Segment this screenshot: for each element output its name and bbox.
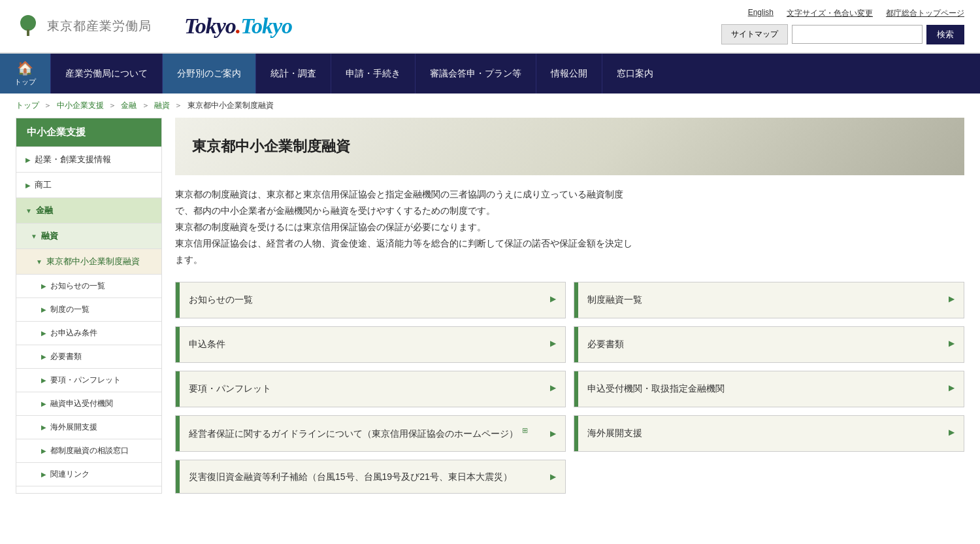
tree-icon bbox=[16, 14, 41, 39]
btn-arrow9: ▶ bbox=[541, 460, 565, 493]
header: 東京都産業労働局 Tokyo.Tokyo English 文字サイズ・色合い変更… bbox=[0, 0, 980, 54]
arrow-icon7: ▶ bbox=[41, 306, 46, 313]
page-title: 東京都中小企業制度融資 bbox=[192, 137, 350, 156]
btn-arrow5: ▶ bbox=[541, 371, 565, 407]
btn-arrow3: ▶ bbox=[541, 327, 565, 362]
main-layout: 中小企業支援 ▶ 起業・創業支援情報 ▶ 商工 ▼ 金融 ▼ 融資 bbox=[0, 118, 980, 513]
sidebar-item-moushikomi[interactable]: ▶ お申込み条件 bbox=[16, 321, 161, 345]
arrow-icon14: ▶ bbox=[41, 471, 46, 478]
nav-item-counter[interactable]: 窓口案内 bbox=[602, 54, 668, 94]
lang-english-link[interactable]: English bbox=[748, 8, 774, 19]
breadcrumb-loan[interactable]: 融資 bbox=[154, 101, 170, 110]
sidebar-item-shoko[interactable]: ▶ 商工 bbox=[16, 172, 161, 197]
org-name: 東京都産業労働局 bbox=[47, 18, 152, 35]
btn-label4: 必要書類 bbox=[578, 327, 939, 362]
font-size-link[interactable]: 文字サイズ・色合い変更 bbox=[787, 8, 873, 19]
page-title-box: 東京都中小企業制度融資 bbox=[175, 118, 964, 175]
breadcrumb-sep4: ＞ bbox=[174, 101, 182, 110]
sidebar-header: 中小企業支援 bbox=[16, 118, 161, 146]
nav-item-stats[interactable]: 統計・調査 bbox=[256, 54, 331, 94]
btn-label: お知らせの一覧 bbox=[180, 282, 541, 318]
sidebar-item-hitsuyou[interactable]: ▶ 必要書類 bbox=[16, 345, 161, 368]
sidebar-item-seido-list[interactable]: ▶ 制度の一覧 bbox=[16, 298, 161, 321]
sidebar: 中小企業支援 ▶ 起業・創業支援情報 ▶ 商工 ▼ 金融 ▼ 融資 bbox=[16, 118, 162, 494]
breadcrumb-sep2: ＞ bbox=[108, 101, 116, 110]
btn-seido-list[interactable]: 制度融資一覧 ▶ bbox=[574, 282, 964, 318]
btn-label2: 制度融資一覧 bbox=[578, 282, 939, 318]
arrow-icon2: ▶ bbox=[25, 182, 31, 189]
arrow-icon12: ▶ bbox=[41, 424, 46, 431]
search-area: サイトマップ 検索 bbox=[721, 24, 964, 44]
breadcrumb-sep1: ＞ bbox=[44, 101, 52, 110]
btn-saigai[interactable]: 災害復旧資金融資等利子補給（台風15号、台風19号及び21号、東日本大震災） ▶ bbox=[175, 460, 566, 494]
arrow-icon: ▶ bbox=[25, 156, 31, 163]
btn-label7: 経営者保証に関するガイドラインについて（東京信用保証協会のホームページ） ⊞ bbox=[180, 416, 541, 451]
sidebar-item-kanren[interactable]: ▶ 関連リンク bbox=[16, 462, 161, 486]
metro-top-link[interactable]: 都庁総合トップページ bbox=[886, 8, 964, 19]
arrow-icon10: ▶ bbox=[41, 377, 46, 384]
btn-label9: 災害復旧資金融資等利子補給（台風15号、台風19号及び21号、東日本大震災） bbox=[180, 460, 541, 493]
btn-arrow6: ▶ bbox=[939, 371, 964, 407]
svg-point-0 bbox=[20, 15, 36, 31]
btn-label8: 海外展開支援 bbox=[578, 416, 939, 451]
btn-moushikomi[interactable]: 申込条件 ▶ bbox=[175, 326, 566, 363]
sidebar-item-tokyo-yushi[interactable]: ▼ 東京都中小企業制度融資 bbox=[16, 248, 161, 274]
sidebar-item-uketsuke[interactable]: ▶ 融資申込受付機関 bbox=[16, 392, 161, 415]
header-right: English 文字サイズ・色合い変更 都庁総合トップページ サイトマップ 検索 bbox=[721, 8, 964, 44]
sidebar-item-soudan[interactable]: ▶ 都制度融資の相談窓口 bbox=[16, 439, 161, 462]
nav-item-info[interactable]: 情報公開 bbox=[536, 54, 602, 94]
breadcrumb-top[interactable]: トップ bbox=[16, 101, 39, 110]
sitemap-button[interactable]: サイトマップ bbox=[721, 24, 788, 44]
btn-uketsuke[interactable]: 申込受付機関・取扱指定金融機関 ▶ bbox=[574, 371, 964, 407]
home-icon: 🏠 bbox=[17, 60, 33, 76]
btn-arrow: ▶ bbox=[541, 282, 565, 318]
nav-item-top[interactable]: 🏠 トップ bbox=[0, 54, 51, 94]
breadcrumb-current: 東京都中小企業制度融資 bbox=[188, 101, 274, 110]
search-input[interactable] bbox=[792, 25, 923, 44]
breadcrumb-finance[interactable]: 金融 bbox=[121, 101, 137, 110]
nav-item-council[interactable]: 審議会答申・プラン等 bbox=[416, 54, 536, 94]
btn-arrow4: ▶ bbox=[939, 327, 964, 362]
arrow-icon6: ▶ bbox=[41, 282, 46, 290]
logo-tokyo2: Tokyo bbox=[240, 14, 292, 38]
breadcrumb-sme[interactable]: 中小企業支援 bbox=[57, 101, 104, 110]
btn-label5: 要項・パンフレット bbox=[180, 371, 541, 407]
btn-arrow2: ▶ bbox=[939, 282, 964, 318]
breadcrumb-sep3: ＞ bbox=[142, 101, 150, 110]
btn-keieisha[interactable]: 経営者保証に関するガイドラインについて（東京信用保証協会のホームページ） ⊞ ▶ bbox=[175, 415, 566, 452]
nav-item-fields[interactable]: 分野別のご案内 bbox=[163, 54, 256, 94]
tokyo-logo: Tokyo.Tokyo bbox=[184, 14, 292, 39]
arrow-icon13: ▶ bbox=[41, 447, 46, 454]
button-grid: お知らせの一覧 ▶ 制度融資一覧 ▶ 申込条件 ▶ 必要書類 ▶ bbox=[175, 282, 964, 494]
sidebar-item-kigyo[interactable]: ▶ 起業・創業支援情報 bbox=[16, 146, 161, 172]
breadcrumb: トップ ＞ 中小企業支援 ＞ 金融 ＞ 融資 ＞ 東京都中小企業制度融資 bbox=[0, 94, 980, 118]
btn-hitsuyou[interactable]: 必要書類 ▶ bbox=[574, 326, 964, 363]
nav-top-label: トップ bbox=[14, 77, 36, 87]
btn-arrow8: ▶ bbox=[939, 416, 964, 451]
btn-label6: 申込受付機関・取扱指定金融機関 bbox=[578, 371, 939, 407]
top-links: English 文字サイズ・色合い変更 都庁総合トップページ bbox=[748, 8, 964, 19]
sidebar-item-kinyu[interactable]: ▼ 金融 bbox=[16, 197, 161, 223]
btn-label3: 申込条件 bbox=[180, 327, 541, 362]
btn-kaigai[interactable]: 海外展開支援 ▶ bbox=[574, 415, 964, 452]
sidebar-item-youkou[interactable]: ▶ 要項・パンフレット bbox=[16, 368, 161, 392]
sidebar-item-kaigai[interactable]: ▶ 海外展開支援 bbox=[16, 415, 161, 439]
btn-arrow7: ▶ bbox=[541, 417, 565, 450]
main-nav: 🏠 トップ 産業労働局について 分野別のご案内 統計・調査 申請・手続き 審議会… bbox=[0, 54, 980, 94]
arrow-icon5: ▼ bbox=[36, 258, 42, 265]
header-logo: 東京都産業労働局 bbox=[16, 14, 152, 39]
arrow-icon4: ▼ bbox=[31, 233, 37, 240]
sidebar-item-oshirase[interactable]: ▶ お知らせの一覧 bbox=[16, 274, 161, 298]
arrow-icon11: ▶ bbox=[41, 400, 46, 407]
search-button[interactable]: 検索 bbox=[926, 25, 964, 44]
description-text: 東京都の制度融資は、東京都と東京信用保証協会と指定金融機関の三者協調のうえに成り… bbox=[175, 187, 964, 269]
sidebar-item-yushi[interactable]: ▼ 融資 bbox=[16, 223, 161, 248]
arrow-icon3: ▼ bbox=[25, 207, 32, 214]
btn-youkou[interactable]: 要項・パンフレット ▶ bbox=[175, 371, 566, 407]
btn-oshirase[interactable]: お知らせの一覧 ▶ bbox=[175, 282, 566, 318]
nav-item-procedures[interactable]: 申請・手続き bbox=[331, 54, 416, 94]
content-area: 東京都中小企業制度融資 東京都の制度融資は、東京都と東京信用保証協会と指定金融機… bbox=[175, 118, 964, 494]
nav-item-about[interactable]: 産業労働局について bbox=[51, 54, 163, 94]
arrow-icon9: ▶ bbox=[41, 353, 46, 360]
external-link-icon: ⊞ bbox=[522, 426, 528, 434]
